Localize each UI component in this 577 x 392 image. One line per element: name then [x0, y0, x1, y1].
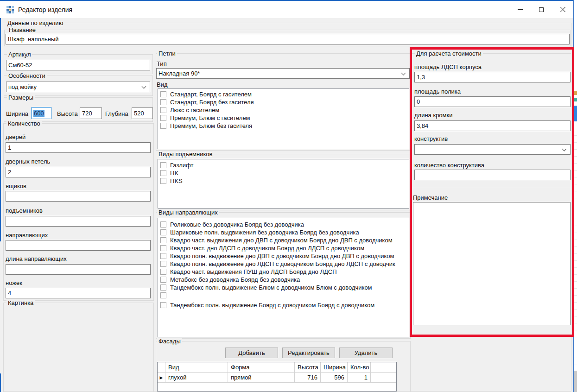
delete-facade-button[interactable]: Удалить: [339, 348, 393, 358]
list-item[interactable]: Шариковые полн. выдвижения без доводчика…: [158, 228, 409, 236]
list-item[interactable]: Премиум, Блюм с гасителем: [158, 114, 409, 122]
list-item-label: Тандембокс полн. выдвижение Блюм с довод…: [170, 284, 372, 291]
column-header[interactable]: Форма: [228, 362, 295, 372]
row-selector-header[interactable]: [158, 362, 165, 372]
table-cell: 596: [321, 373, 348, 382]
checkbox-unchecked[interactable]: [160, 277, 166, 283]
list-item[interactable]: Газлифт: [158, 161, 409, 169]
checkbox-unchecked[interactable]: [160, 221, 166, 228]
close-button[interactable]: [552, 1, 573, 18]
height-label: Высота: [57, 110, 78, 117]
features-select[interactable]: под мойку: [6, 82, 150, 92]
column-header[interactable]: Ширина: [321, 362, 348, 372]
name-input[interactable]: [6, 34, 570, 44]
checkbox-unchecked[interactable]: [160, 237, 166, 243]
door-hinges-count-input[interactable]: [6, 167, 151, 177]
checkbox-unchecked[interactable]: [160, 99, 166, 105]
drawers-count-input[interactable]: [6, 191, 151, 202]
article-input[interactable]: [6, 60, 150, 70]
features-label: Особенности: [7, 72, 47, 79]
checkbox-unchecked[interactable]: [160, 245, 166, 251]
list-item-label: Тандембокс полн. выдвижение Боярд с дово…: [170, 302, 374, 309]
rails-count-input[interactable]: [6, 240, 151, 251]
checkbox-unchecked[interactable]: [160, 302, 166, 308]
lifts-count-input[interactable]: [6, 216, 151, 227]
note-textarea[interactable]: [413, 202, 571, 325]
list-item[interactable]: Люкс с гасителем: [158, 106, 409, 114]
constructive-label: конструктив: [414, 135, 448, 142]
drawers-count-label: ящиков: [6, 183, 26, 190]
list-item[interactable]: Квадро част. выдвижения ПУШ дно ЛДСП Боя…: [158, 268, 409, 276]
checkbox-unchecked[interactable]: [160, 91, 166, 97]
list-item[interactable]: HK: [158, 169, 409, 177]
list-item-label: Стандарт, Боярд без гасителя: [170, 99, 254, 106]
doors-count-input[interactable]: [6, 142, 151, 153]
list-item[interactable]: [158, 291, 409, 299]
column-header[interactable]: Вид: [165, 362, 228, 372]
hinge-type-select[interactable]: Накладная 90*: [156, 68, 410, 79]
list-item[interactable]: Метабокс без доводчика Боярд без доводчи…: [158, 276, 409, 284]
quantity-label: Количество: [6, 120, 42, 127]
width-input[interactable]: 600: [32, 107, 51, 119]
list-item[interactable]: Премиум, Блюм без гасителя: [158, 122, 409, 130]
rails-length-input[interactable]: [6, 264, 151, 275]
maximize-button[interactable]: [531, 1, 552, 18]
checkbox-unchecked[interactable]: [160, 292, 166, 298]
door-hinges-count-label: дверных петель: [6, 158, 50, 165]
minimize-button[interactable]: [509, 1, 531, 18]
constructive-select[interactable]: [414, 144, 571, 155]
background-fragment-teal: [574, 98, 577, 101]
add-facade-button[interactable]: Добавить: [225, 348, 278, 358]
list-item[interactable]: Стандарт, Боярд с гасителем: [158, 90, 409, 98]
constructive-count-input[interactable]: [414, 170, 571, 180]
list-item[interactable]: Квадро полн. выдвижение дно ЛДСП с довод…: [158, 260, 409, 268]
list-item-label: Квадро част. выдвижения ПУШ дно ЛДСП Боя…: [170, 268, 337, 275]
checkbox-unchecked[interactable]: [160, 170, 166, 176]
minimize-icon: [518, 9, 523, 10]
screen: Редактор изделия Данные по изделию Назва…: [0, 0, 577, 392]
list-item[interactable]: HKS: [158, 177, 409, 185]
row-selector-cell[interactable]: ▶: [158, 373, 165, 382]
rails-count-label: направляющих: [6, 232, 48, 239]
table-cell: 1: [348, 373, 371, 382]
edge-length-input[interactable]: [414, 120, 571, 131]
checkbox-unchecked[interactable]: [160, 178, 166, 184]
legs-count-input[interactable]: [6, 288, 151, 298]
chevron-down-icon: [142, 84, 146, 89]
picture-label: Картинка: [6, 299, 35, 306]
list-item-label: Премиум, Блюм без гасителя: [170, 122, 252, 129]
checkbox-unchecked[interactable]: [160, 123, 166, 129]
maximize-icon: [539, 7, 544, 12]
height-input[interactable]: [80, 107, 102, 119]
hinge-view-label: Вид: [157, 81, 168, 88]
checkbox-unchecked[interactable]: [160, 115, 166, 121]
list-item[interactable]: Квадро част. дно ЛДСП с доводчиком Боярд…: [158, 244, 409, 252]
checkbox-unchecked[interactable]: [160, 285, 166, 291]
shelf-area-input[interactable]: [414, 96, 571, 107]
group-dimensions: Размеры: [4, 97, 153, 122]
lifts-label: Виды подъемников: [157, 151, 214, 158]
column-header[interactable]: Высота: [295, 362, 321, 372]
edit-facade-button[interactable]: Редактировать: [282, 348, 335, 358]
column-header[interactable]: Кол-во: [348, 362, 371, 372]
list-item-label: Шариковые полн. выдвижения без доводчика…: [170, 229, 359, 236]
list-item-label: HK: [170, 170, 178, 177]
checkbox-unchecked[interactable]: [160, 107, 166, 113]
body-ldsp-area-input[interactable]: [414, 72, 571, 82]
table-row[interactable]: ▶ глухой прямой 716 596 1: [158, 373, 396, 383]
checkbox-unchecked[interactable]: [160, 269, 166, 275]
list-item[interactable]: Квадро полн. выдвижение дно ДВП с доводч…: [158, 252, 409, 260]
list-item-label: Квадро част. выдвижения дно ДВП с доводч…: [170, 237, 393, 244]
hinge-view-listbox: Стандарт, Боярд с гасителем Стандарт, Бо…: [158, 89, 409, 149]
list-item[interactable]: Квадро част. выдвижения дно ДВП с доводч…: [158, 236, 409, 244]
checkbox-unchecked[interactable]: [160, 162, 166, 168]
checkbox-unchecked[interactable]: [160, 253, 166, 259]
depth-input[interactable]: [132, 107, 153, 119]
body-ldsp-area-label: площадь ЛДСП корпуса: [414, 63, 482, 70]
list-item[interactable]: Стандарт, Боярд без гасителя: [158, 98, 409, 106]
list-item[interactable]: Тандембокс полн. выдвижение Блюм с довод…: [158, 284, 409, 291]
list-item[interactable]: Роликовые без доводчика Боярд без доводч…: [158, 221, 409, 228]
list-item[interactable]: Тандембокс полн. выдвижение Боярд с дово…: [158, 301, 409, 309]
checkbox-unchecked[interactable]: [160, 261, 166, 267]
checkbox-unchecked[interactable]: [160, 229, 166, 235]
